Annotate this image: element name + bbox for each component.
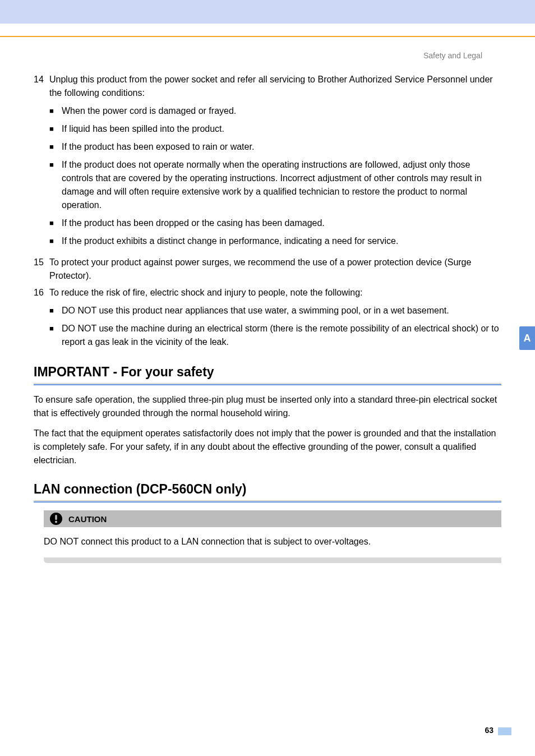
important-paragraph-1: To ensure safe operation, the supplied t… bbox=[34, 393, 501, 420]
caution-text: DO NOT connect this product to a LAN con… bbox=[44, 535, 492, 548]
svg-rect-1 bbox=[55, 515, 57, 520]
bullet-text: If the product has been dropped or the c… bbox=[62, 216, 501, 230]
bullet-item: ■ If liquid has been spilled into the pr… bbox=[49, 122, 501, 136]
item-number: 14 bbox=[34, 73, 49, 252]
bullet-text: DO NOT use this product near appliances … bbox=[62, 304, 501, 317]
square-bullet-icon: ■ bbox=[49, 234, 62, 248]
square-bullet-icon: ■ bbox=[49, 322, 62, 349]
caution-footer-bar bbox=[44, 557, 501, 563]
bullet-item: ■ If the product does not operate normal… bbox=[49, 158, 501, 212]
bullet-item: ■ If the product exhibits a distinct cha… bbox=[49, 234, 501, 248]
bullet-item: ■ DO NOT use the machine during an elect… bbox=[49, 322, 501, 349]
heading-lan: LAN connection (DCP-560CN only) bbox=[34, 482, 501, 497]
square-bullet-icon: ■ bbox=[49, 158, 62, 212]
item-number: 15 bbox=[34, 256, 49, 283]
bullet-text: If liquid has been spilled into the prod… bbox=[62, 122, 501, 136]
caution-body: DO NOT connect this product to a LAN con… bbox=[44, 527, 501, 548]
numbered-item-14: 14 Unplug this product from the power so… bbox=[34, 73, 501, 252]
header-section-title: Safety and Legal bbox=[423, 51, 482, 60]
bullet-text: If the product has been exposed to rain … bbox=[62, 140, 501, 154]
square-bullet-icon: ■ bbox=[49, 216, 62, 230]
svg-point-2 bbox=[55, 521, 57, 523]
numbered-item-15: 15 To protect your product against power… bbox=[34, 256, 501, 283]
heading-rule-accent bbox=[34, 384, 501, 385]
heading-important: IMPORTANT - For your safety bbox=[34, 365, 501, 380]
square-bullet-icon: ■ bbox=[49, 304, 62, 317]
square-bullet-icon: ■ bbox=[49, 104, 62, 118]
item-body: Unplug this product from the power socke… bbox=[49, 73, 501, 252]
square-bullet-icon: ■ bbox=[49, 140, 62, 154]
numbered-item-16: 16 To reduce the risk of fire, electric … bbox=[34, 286, 501, 353]
page-number: 63 bbox=[485, 726, 494, 735]
bullet-text: DO NOT use the machine during an electri… bbox=[62, 322, 501, 349]
bullet-item: ■ If the product has been exposed to rai… bbox=[49, 140, 501, 154]
item-number: 16 bbox=[34, 286, 49, 353]
item-text: To protect your product against power su… bbox=[49, 256, 501, 283]
item-body: To reduce the risk of fire, electric sho… bbox=[49, 286, 501, 353]
square-bullet-icon: ■ bbox=[49, 122, 62, 136]
bullet-text: If the product exhibits a distinct chang… bbox=[62, 234, 501, 248]
page-number-accent bbox=[498, 727, 511, 735]
bullet-item: ■ If the product has been dropped or the… bbox=[49, 216, 501, 230]
caution-icon bbox=[49, 512, 63, 525]
bullet-text: If the product does not operate normally… bbox=[62, 158, 501, 212]
bullet-list-14: ■ When the power cord is damaged or fray… bbox=[49, 104, 501, 248]
side-tab-appendix: A bbox=[519, 326, 535, 350]
caution-header-bar: CAUTION bbox=[44, 510, 501, 527]
heading-rule bbox=[34, 500, 501, 501]
page-content: 14 Unplug this product from the power so… bbox=[34, 73, 501, 563]
bullet-list-16: ■ DO NOT use this product near appliance… bbox=[49, 304, 501, 349]
item-intro: To reduce the risk of fire, electric sho… bbox=[49, 288, 363, 297]
header-accent-line bbox=[0, 36, 535, 37]
important-paragraph-2: The fact that the equipment operates sat… bbox=[34, 427, 501, 467]
side-tab-letter: A bbox=[524, 333, 531, 344]
bullet-item: ■ DO NOT use this product near appliance… bbox=[49, 304, 501, 317]
bullet-item: ■ When the power cord is damaged or fray… bbox=[49, 104, 501, 118]
heading-rule bbox=[34, 383, 501, 384]
bullet-text: When the power cord is damaged or frayed… bbox=[62, 104, 501, 118]
caution-label: CAUTION bbox=[68, 514, 107, 524]
heading-rule-accent bbox=[34, 501, 501, 503]
header-bar bbox=[0, 0, 535, 24]
item-intro: Unplug this product from the power socke… bbox=[49, 75, 493, 98]
